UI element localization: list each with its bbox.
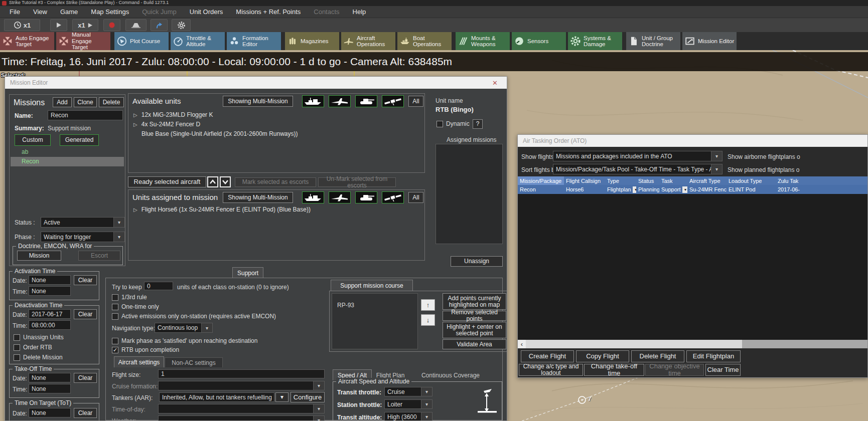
filter-aircraft-button[interactable] <box>329 95 351 107</box>
available-unit-item[interactable]: Blue Base (Single-Unit Airfield (2x 2001… <box>141 130 298 137</box>
menu-file[interactable]: File <box>3 8 27 16</box>
move-down-button[interactable] <box>220 176 231 187</box>
ribbon-boat-operations[interactable]: Boat Operations <box>397 32 452 50</box>
weather-dropdown[interactable]: ▾ <box>158 415 325 420</box>
showing-multi-mission-button[interactable]: Showing Multi-Mission <box>223 192 293 203</box>
status-dropdown[interactable]: Active ▾ <box>41 217 125 228</box>
filter-ships-button[interactable] <box>302 191 324 203</box>
col-mission-package[interactable]: Mission/Package <box>518 176 564 185</box>
mission-name-input[interactable]: Recon <box>48 110 123 120</box>
custom-button[interactable]: Custom <box>15 134 51 146</box>
time-compression-button[interactable]: x1 <box>4 19 40 31</box>
ribbon-unit-group-doctrine[interactable]: Unit / Group Doctrine <box>626 32 680 50</box>
unassign-units-checkbox[interactable]: Unassign Units <box>14 334 64 341</box>
assigned-missions-list[interactable] <box>436 144 503 244</box>
col-status[interactable]: Status <box>636 176 659 185</box>
ribbon-formation-editor[interactable]: Formation Editor <box>227 32 281 50</box>
keep-count-input[interactable]: 0 <box>144 282 173 290</box>
filter-aircraft-button[interactable] <box>329 191 351 203</box>
ribbon-auto-engage-target[interactable]: Auto Engage Target <box>0 32 54 50</box>
filter-satellite-button[interactable] <box>382 95 404 107</box>
dynamic-checkbox[interactable]: Dynamic <box>437 120 470 127</box>
dynamic-help-button[interactable]: ? <box>473 119 483 129</box>
delete-flight-button[interactable]: Delete Flight <box>631 350 684 362</box>
unassign-button[interactable]: Unassign <box>451 256 503 267</box>
doctrine-mission-button[interactable]: Mission <box>17 251 61 261</box>
ribbon-aircraft-operations[interactable]: Aircraft Operations <box>341 32 395 50</box>
tot-date-input[interactable]: None <box>29 408 71 417</box>
takeoff-date-input[interactable]: None <box>29 373 71 382</box>
ribbon-systems-damage[interactable]: Systems & Damage <box>568 32 622 50</box>
filter-ground-button[interactable] <box>355 191 377 203</box>
ribbon-mission-editor[interactable]: Mission Editor <box>682 32 737 50</box>
deactivation-time-input[interactable]: 08:00:00 <box>29 320 71 330</box>
tree-expander-icon[interactable]: ▷ <box>133 122 137 127</box>
active-emissions-checkbox[interactable]: Active emissions only on-station (requir… <box>112 313 276 320</box>
generated-button[interactable]: Generated <box>60 134 99 146</box>
clone-mission-button[interactable]: Clone <box>74 97 97 107</box>
edit-flightplan-button[interactable]: Edit Flightplan <box>686 350 741 362</box>
available-unit-item[interactable]: ▷12x MiG-23MLD Flogger K <box>133 111 213 118</box>
cruise-formation-dropdown[interactable]: ▾ <box>158 381 325 390</box>
takeoff-time-input[interactable]: None <box>29 384 71 393</box>
tab-continuous-coverage[interactable]: Continuous Coverage <box>419 370 482 380</box>
record-button[interactable] <box>103 19 120 31</box>
one-third-rule-checkbox[interactable]: 1/3rd rule <box>112 294 147 301</box>
ato-table-empty-area[interactable] <box>518 194 867 340</box>
filter-satellite-button[interactable] <box>382 191 404 203</box>
course-point-down-button[interactable]: ↓ <box>421 314 435 326</box>
show-airborne-label[interactable]: Show airborne flightplans o <box>728 153 867 160</box>
course-points-list[interactable]: RP-93 <box>332 293 418 349</box>
mark-phase-checkbox[interactable]: Mark phase as 'satisfied' upon reaching … <box>112 337 257 344</box>
remove-points-button[interactable]: Remove selected points <box>443 311 506 321</box>
transit-throttle-dropdown[interactable]: Cruise ▾ <box>384 387 432 396</box>
tree-expander-icon[interactable]: ▷ <box>133 207 137 213</box>
mission-list-item-selected[interactable]: Recon <box>11 157 124 166</box>
mission-editor-titlebar[interactable]: Mission Editor ✕ <box>5 77 507 89</box>
col-aircraft-type[interactable]: Aircraft Type <box>687 176 727 185</box>
map-contact-label[interactable]: 7 <box>588 396 591 402</box>
col-task[interactable]: Task <box>659 176 687 185</box>
type-dropdown-icon[interactable]: ▾ <box>633 186 636 193</box>
jump-cursor-button[interactable] <box>151 19 168 31</box>
tankers-value[interactable]: Inherited, Allow, but not tankers refuel… <box>159 392 274 402</box>
tab-non-ac-settings[interactable]: Non-AC settings <box>165 357 223 367</box>
deactivation-clear-button[interactable]: Clear <box>74 309 97 319</box>
show-planned-label[interactable]: Show planned flightplans o <box>728 166 867 173</box>
filter-ships-button[interactable] <box>302 95 324 107</box>
show-flights-dropdown[interactable]: Missions and packages included in the AT… <box>553 151 722 161</box>
ribbon-throttle-altitude[interactable]: Throttle & Altitude <box>171 32 225 50</box>
one-time-only-checkbox[interactable]: One-time only <box>112 303 159 310</box>
sort-flights-dropdown[interactable]: Mission/Package/Task Pool - Take-Off Tim… <box>553 164 722 174</box>
phase-dropdown[interactable]: Waiting for trigger ▾ <box>41 232 125 242</box>
col-zulu-takeoff[interactable]: Zulu Tak <box>776 176 867 185</box>
tab-support[interactable]: Support <box>232 267 263 278</box>
tree-expander-icon[interactable]: ▷ <box>133 112 137 118</box>
tab-support-mission-course[interactable]: Support mission course <box>331 280 413 291</box>
activation-time-input[interactable]: None <box>29 286 71 296</box>
col-flight-callsign[interactable]: Flight Callsign <box>564 176 605 185</box>
ato-table-row[interactable]: Recon Horse6 Flightplan ▾ Planning Suppo… <box>518 185 867 194</box>
delete-mission-checkbox[interactable]: Delete Mission <box>14 354 63 361</box>
highlight-center-button[interactable]: Highlight + center on selected point <box>443 322 506 338</box>
available-unit-item[interactable]: ▷4x Su-24M2 Fencer D <box>133 121 200 128</box>
station-throttle-dropdown[interactable]: Loiter ▾ <box>384 399 432 409</box>
copy-flight-button[interactable]: Copy Flight <box>576 350 629 362</box>
filter-ground-button[interactable] <box>355 95 377 107</box>
close-icon[interactable]: ✕ <box>488 79 502 87</box>
mission-list-item[interactable]: ab <box>22 148 28 155</box>
configure-button[interactable]: Configure <box>291 392 325 402</box>
add-mission-button[interactable]: Add <box>53 97 72 107</box>
time-of-day-dropdown[interactable]: ▾ <box>158 404 325 413</box>
col-type[interactable]: Type <box>605 176 636 185</box>
ribbon-sensors[interactable]: Sensors <box>512 32 566 50</box>
menu-unit-orders[interactable]: Unit Orders <box>183 8 229 16</box>
course-point-up-button[interactable]: ↑ <box>421 299 435 311</box>
create-flight-button[interactable]: Create Flight <box>521 350 574 362</box>
menu-help[interactable]: Help <box>346 8 373 16</box>
showing-multi-mission-button[interactable]: Showing Multi-Mission <box>223 96 293 107</box>
change-takeoff-time-button[interactable]: Change take-off time <box>584 364 644 376</box>
filter-all-button[interactable]: All <box>408 192 423 203</box>
menu-view[interactable]: View <box>27 8 54 16</box>
add-points-button[interactable]: Add points currently highlighted on map <box>443 293 506 310</box>
